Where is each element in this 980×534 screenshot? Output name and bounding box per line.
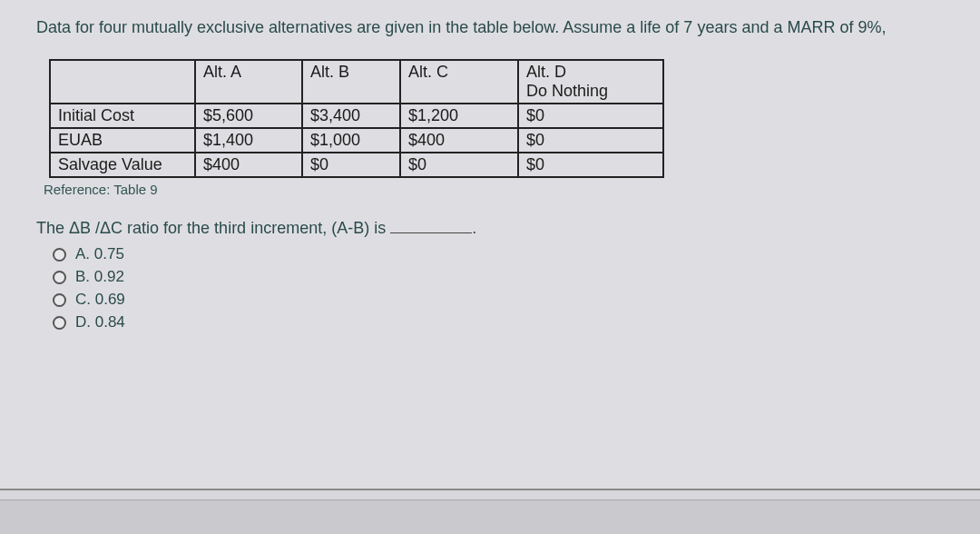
header-alt-d-line1: Alt. D <box>526 63 566 81</box>
header-blank <box>50 60 195 104</box>
question-text: The ΔB /ΔC ratio for the third increment… <box>36 219 944 238</box>
cell-c-initial-cost: $1,200 <box>400 104 518 128</box>
cell-a-euab: $1,400 <box>195 128 302 153</box>
cell-d-salvage: $0 <box>518 153 663 177</box>
cell-a-salvage: $400 <box>195 153 302 177</box>
header-alt-d: Alt. D Do Nothing <box>518 60 663 104</box>
cell-c-euab: $400 <box>400 128 518 153</box>
cell-c-salvage: $0 <box>400 153 518 177</box>
option-a[interactable]: A. 0.75 <box>53 245 944 263</box>
reference-text: Reference: Table 9 <box>44 182 944 197</box>
cell-label-initial-cost: Initial Cost <box>50 104 195 128</box>
cell-b-initial-cost: $3,400 <box>302 104 400 128</box>
table-row-euab: EUAB $1,400 $1,000 $400 $0 <box>50 128 663 153</box>
radio-icon <box>53 293 66 307</box>
cell-label-salvage: Salvage Value <box>50 153 195 177</box>
option-d-label: D. 0.84 <box>75 313 125 331</box>
radio-icon <box>53 271 66 284</box>
radio-icon <box>53 316 66 330</box>
alternatives-table: Alt. A Alt. B Alt. C Alt. D Do Nothing I… <box>49 59 664 178</box>
header-alt-a: Alt. A <box>195 60 302 104</box>
option-b[interactable]: B. 0.92 <box>53 268 944 286</box>
header-alt-b: Alt. B <box>302 60 400 104</box>
cell-d-initial-cost: $0 <box>518 104 663 128</box>
radio-icon <box>53 248 66 262</box>
cell-d-euab: $0 <box>518 128 663 153</box>
header-alt-c: Alt. C <box>400 60 518 104</box>
cell-b-euab: $1,000 <box>302 128 400 153</box>
header-alt-d-line2: Do Nothing <box>526 82 608 100</box>
bottom-bar <box>0 499 980 534</box>
cell-b-salvage: $0 <box>302 153 400 177</box>
option-d[interactable]: D. 0.84 <box>53 313 944 331</box>
option-b-label: B. 0.92 <box>75 268 124 286</box>
table-row-initial-cost: Initial Cost $5,600 $3,400 $1,200 $0 <box>50 104 663 128</box>
page-container: Data for four mutually exclusive alterna… <box>0 0 980 490</box>
table-header-row: Alt. A Alt. B Alt. C Alt. D Do Nothing <box>50 60 663 104</box>
option-a-label: A. 0.75 <box>75 245 124 263</box>
option-c-label: C. 0.69 <box>75 291 125 309</box>
question-stem: The ΔB /ΔC ratio for the third increment… <box>36 219 386 237</box>
answer-blank <box>390 221 472 233</box>
table-row-salvage: Salvage Value $400 $0 $0 $0 <box>50 153 663 177</box>
cell-a-initial-cost: $5,600 <box>195 104 302 128</box>
option-c[interactable]: C. 0.69 <box>53 291 944 309</box>
options-group: A. 0.75 B. 0.92 C. 0.69 D. 0.84 <box>53 245 944 331</box>
intro-text: Data for four mutually exclusive alterna… <box>36 16 944 39</box>
cell-label-euab: EUAB <box>50 128 195 153</box>
